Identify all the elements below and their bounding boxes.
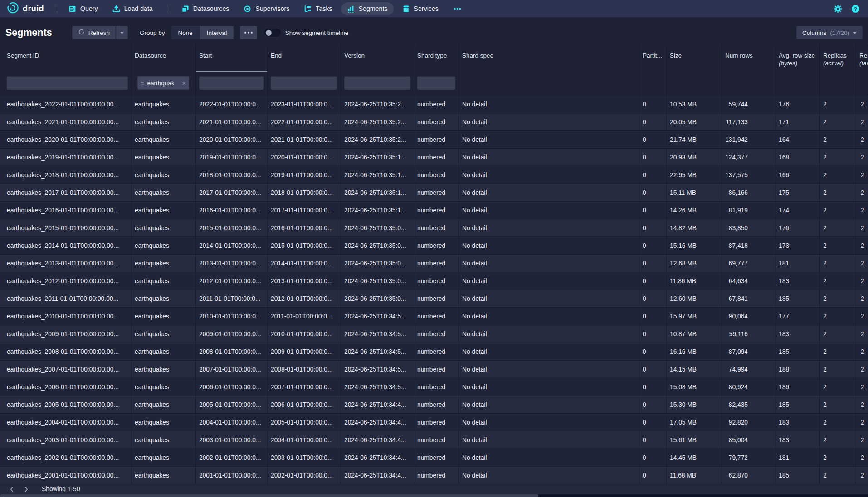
cell-shard_type: numbered: [414, 272, 459, 290]
nav-item-more[interactable]: [447, 2, 468, 15]
nav-item-datasources[interactable]: Datasources: [176, 2, 235, 15]
cell-segment_id: earthquakes_2017-01-01T00:00:00.00...: [0, 184, 132, 201]
pagination-footer: Showing 1-50: [0, 484, 868, 497]
segment-row-10[interactable]: earthquakes_2013-01-01T00:00:00.00...ear…: [0, 255, 868, 272]
toolbar-more-button[interactable]: [240, 26, 257, 39]
group-by-none-button[interactable]: None: [171, 26, 200, 39]
cell-shard_type: numbered: [414, 96, 459, 113]
column-header-avg_row_size[interactable]: Avg. row size(bytes): [775, 44, 820, 72]
druid-home-link[interactable]: druid: [6, 2, 44, 16]
cell-replicas: 2: [820, 290, 856, 307]
nav-item-services[interactable]: Services: [396, 2, 444, 15]
datasource-filter-chip[interactable]: =earthquakes×: [137, 76, 189, 90]
column-header-version[interactable]: Version: [341, 44, 414, 72]
segment-row-20[interactable]: earthquakes_2003-01-01T00:00:00.00...ear…: [0, 431, 868, 449]
segment-row-16[interactable]: earthquakes_2007-01-01T00:00:00.00...ear…: [0, 361, 868, 378]
cell-size: 21.74 MB: [667, 131, 722, 148]
columns-button[interactable]: Columns (17/20): [796, 26, 863, 39]
cell-shard_spec: No detail: [459, 361, 639, 378]
scrollbar-thumb[interactable]: [0, 494, 538, 497]
cell-replicas: 2: [820, 96, 856, 113]
column-header-partition[interactable]: Partit...: [639, 44, 667, 72]
segment-row-21[interactable]: earthquakes_2002-01-01T00:00:00.00...ear…: [0, 449, 868, 467]
cell-segment_id: earthquakes_2013-01-01T00:00:00.00...: [0, 255, 132, 272]
segment-timeline-toggle[interactable]: [264, 29, 281, 37]
segment-row-8[interactable]: earthquakes_2015-01-01T00:00:00.00...ear…: [0, 219, 868, 237]
cell-avg_row_size: 188: [775, 361, 820, 378]
cell-datasource: earthquakes: [132, 343, 196, 360]
filter-cell-shard_type: [414, 72, 459, 96]
cell-partition: 0: [639, 255, 667, 272]
column-header-num_rows[interactable]: Num rows: [722, 44, 775, 72]
segment-row-3[interactable]: earthquakes_2020-01-01T00:00:00.00...ear…: [0, 131, 868, 149]
cell-shard_spec: No detail: [459, 308, 639, 325]
cell-num_rows: 82,435: [722, 396, 775, 413]
cell-shard_type: numbered: [414, 343, 459, 360]
num-rows-value: 82,435: [725, 401, 748, 408]
cell-partition: 0: [639, 431, 667, 449]
remove-filter-icon[interactable]: ×: [180, 80, 186, 87]
nav-item-segments[interactable]: Segments: [341, 2, 394, 15]
filter-input-version[interactable]: [344, 76, 410, 90]
filter-input-end[interactable]: [271, 76, 337, 90]
cell-partition: 0: [639, 396, 667, 413]
segment-row-12[interactable]: earthquakes_2011-01-01T00:00:00.00...ear…: [0, 290, 868, 308]
cell-size: 16.16 MB: [667, 343, 722, 360]
help-icon[interactable]: ?: [851, 5, 860, 13]
segment-row-18[interactable]: earthquakes_2005-01-01T00:00:00.00...ear…: [0, 396, 868, 414]
segment-row-5[interactable]: earthquakes_2018-01-01T00:00:00.00...ear…: [0, 166, 868, 184]
segment-row-17[interactable]: earthquakes_2006-01-01T00:00:00.00...ear…: [0, 378, 868, 396]
settings-gear-icon[interactable]: [834, 5, 842, 13]
cell-end: 2009-01-01T00:00:0...: [268, 343, 341, 360]
cell-start: 2018-01-01T00:00:0...: [196, 166, 268, 183]
cell-version: 2024-06-25T10:34:5...: [341, 308, 414, 325]
column-header-replicas[interactable]: Replicas(actual): [820, 44, 856, 72]
nav-item-load-data[interactable]: Load data: [107, 2, 159, 15]
column-header-datasource[interactable]: Datasource: [132, 44, 196, 72]
segment-row-15[interactable]: earthquakes_2008-01-01T00:00:00.00...ear…: [0, 343, 868, 361]
svg-text:?: ?: [854, 6, 857, 11]
refresh-dropdown-button[interactable]: [116, 26, 128, 39]
filter-input-segment_id[interactable]: [7, 76, 128, 90]
column-header-replication_factor[interactable]: Replication factor(target): [856, 44, 868, 72]
cell-avg_row_size: 175: [775, 184, 820, 201]
group-by-interval-button[interactable]: Interval: [200, 26, 234, 39]
cell-segment_id: earthquakes_2008-01-01T00:00:00.00...: [0, 343, 132, 360]
cell-replicas: 2: [820, 113, 856, 130]
filter-input-shard_type[interactable]: [417, 76, 455, 90]
segment-row-9[interactable]: earthquakes_2014-01-01T00:00:00.00...ear…: [0, 237, 868, 255]
filter-input-start[interactable]: [199, 76, 264, 90]
horizontal-scrollbar[interactable]: [0, 494, 868, 497]
segment-row-11[interactable]: earthquakes_2012-01-01T00:00:00.00...ear…: [0, 272, 868, 290]
segment-row-4[interactable]: earthquakes_2019-01-01T00:00:00.00...ear…: [0, 149, 868, 166]
cell-shard_type: numbered: [414, 396, 459, 413]
segment-row-6[interactable]: earthquakes_2017-01-01T00:00:00.00...ear…: [0, 184, 868, 202]
column-header-segment_id[interactable]: Segment ID: [0, 44, 132, 72]
segment-row-1[interactable]: earthquakes_2022-01-01T00:00:00.00...ear…: [0, 96, 868, 113]
cell-segment_id: earthquakes_2003-01-01T00:00:00.00...: [0, 431, 132, 449]
supervisors-icon: [244, 5, 251, 13]
column-header-shard_spec[interactable]: Shard spec: [459, 44, 639, 72]
refresh-button[interactable]: Refresh: [72, 26, 116, 39]
columns-count: (17/20): [830, 29, 849, 36]
segment-row-19[interactable]: earthquakes_2004-01-01T00:00:00.00...ear…: [0, 414, 868, 431]
segment-row-22[interactable]: earthquakes_2001-01-01T00:00:00.00...ear…: [0, 467, 868, 484]
column-header-shard_type[interactable]: Shard type: [414, 44, 459, 72]
cell-start: 2009-01-01T00:00:0...: [196, 325, 268, 343]
segment-row-2[interactable]: earthquakes_2021-01-01T00:00:00.00...ear…: [0, 113, 868, 131]
segment-row-7[interactable]: earthquakes_2016-01-01T00:00:00.00...ear…: [0, 202, 868, 219]
column-header-start[interactable]: Start: [196, 44, 268, 72]
segment-row-14[interactable]: earthquakes_2009-01-01T00:00:00.00...ear…: [0, 325, 868, 343]
cell-datasource: earthquakes: [132, 113, 196, 130]
column-header-size[interactable]: Size: [667, 44, 722, 72]
nav-item-tasks[interactable]: Tasks: [298, 2, 338, 15]
cell-shard_type: numbered: [414, 414, 459, 431]
cell-start: 2016-01-01T00:00:0...: [196, 202, 268, 219]
cell-avg_row_size: 186: [775, 378, 820, 396]
column-header-end[interactable]: End: [268, 44, 341, 72]
nav-item-supervisors[interactable]: Supervisors: [238, 2, 295, 15]
cell-num_rows: 81,919: [722, 202, 775, 219]
segment-row-13[interactable]: earthquakes_2010-01-01T00:00:00.00...ear…: [0, 308, 868, 325]
cell-segment_id: earthquakes_2021-01-01T00:00:00.00...: [0, 113, 132, 130]
nav-item-query[interactable]: Query: [63, 2, 104, 15]
